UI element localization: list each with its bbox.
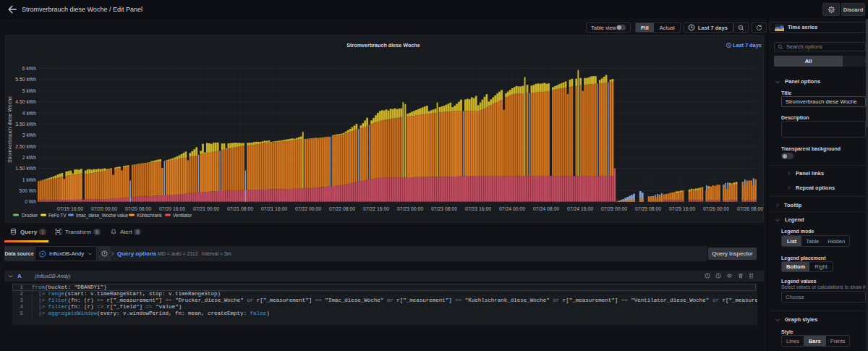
svg-text:07/24 16:00: 07/24 16:00 xyxy=(567,206,593,211)
svg-text:07/25 08:00: 07/25 08:00 xyxy=(635,206,661,211)
svg-text:FeFo TV: FeFo TV xyxy=(48,213,67,218)
svg-text:07/22 08:00: 07/22 08:00 xyxy=(329,206,355,211)
svg-text:Ventilator: Ventilator xyxy=(173,213,192,218)
svg-text:Stromverbrauch diese Woche: Stromverbrauch diese Woche xyxy=(346,42,420,48)
svg-text:07/26 00:00: 07/26 00:00 xyxy=(703,206,729,211)
svg-text:Imac_diese_Woche value: Imac_diese_Woche value xyxy=(76,213,129,219)
svg-text:07/25 16:00: 07/25 16:00 xyxy=(669,206,695,211)
svg-text:07/24 00:00: 07/24 00:00 xyxy=(499,206,525,211)
svg-text:07/22 16:00: 07/22 16:00 xyxy=(363,206,389,211)
svg-text:Stromverbrauch diese Woche: Stromverbrauch diese Woche xyxy=(7,96,12,163)
svg-text:2 kWh: 2 kWh xyxy=(22,155,36,160)
svg-text:07/26 08:00: 07/26 08:00 xyxy=(737,206,763,211)
svg-text:07/23 00:00: 07/23 00:00 xyxy=(397,206,423,211)
svg-text:3 kWh: 3 kWh xyxy=(22,132,36,138)
svg-text:1.50 kWh: 1.50 kWh xyxy=(15,166,36,171)
svg-text:3.50 kWh: 3.50 kWh xyxy=(15,122,36,127)
svg-text:07/21 00:00: 07/21 00:00 xyxy=(193,206,219,211)
svg-text:07/25 00:00: 07/25 00:00 xyxy=(601,206,627,211)
svg-text:07/23 08:00: 07/23 08:00 xyxy=(431,206,457,211)
svg-text:07/22 00:00: 07/22 00:00 xyxy=(295,206,321,211)
svg-text:07/20 08:00: 07/20 08:00 xyxy=(125,206,151,211)
svg-text:07/21 16:00: 07/21 16:00 xyxy=(261,206,287,211)
svg-text:Drucker: Drucker xyxy=(22,213,38,218)
svg-text:07/24 08:00: 07/24 08:00 xyxy=(533,206,559,211)
svg-text:07/23 16:00: 07/23 16:00 xyxy=(465,206,491,211)
svg-text:0 Wh: 0 Wh xyxy=(25,199,36,204)
svg-text:500 Wh: 500 Wh xyxy=(20,188,37,193)
svg-text:5 kWh: 5 kWh xyxy=(22,88,36,93)
svg-text:07/20 16:00: 07/20 16:00 xyxy=(159,206,185,211)
svg-text:2.50 kWh: 2.50 kWh xyxy=(15,144,36,149)
svg-text:07/21 08:00: 07/21 08:00 xyxy=(227,206,253,211)
svg-text:4.50 kWh: 4.50 kWh xyxy=(15,99,36,104)
svg-text:07/20 00:00: 07/20 00:00 xyxy=(91,206,117,211)
svg-text:Kühlschrank: Kühlschrank xyxy=(137,213,163,218)
svg-text:4 kWh: 4 kWh xyxy=(22,111,36,116)
svg-text:5.50 kWh: 5.50 kWh xyxy=(15,77,36,82)
svg-text:07/19 16:00: 07/19 16:00 xyxy=(57,206,83,211)
svg-text:Last 7 days: Last 7 days xyxy=(733,42,762,48)
svg-text:6 kWh: 6 kWh xyxy=(22,66,36,71)
svg-text:1 kWh: 1 kWh xyxy=(22,177,36,182)
